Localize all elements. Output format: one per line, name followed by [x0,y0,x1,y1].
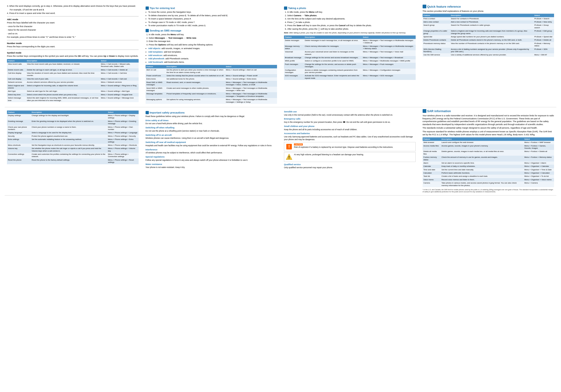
table-cell: Set options for using messaging services… [165,98,225,104]
number-mode-title: Number mode [7,42,139,45]
table-cell: Check your phone numbers or assign a nam… [31,126,107,131]
table-cell: Launch and configure the web browser. [441,141,523,144]
table-cell: Menu > Sound settings > Message tone [100,96,138,102]
table-cell: Menu > Phone settings > Connection setti… [107,153,139,159]
table-cell: Call cost display [7,77,26,81]
special-reg-heading: Special regulations [146,155,277,159]
quick-ref-header-desc: Description [450,14,533,17]
quick-ref-table: Feature Description Select Find a contac… [423,14,554,57]
table-cell: Ph.Book > Search [533,17,554,20]
sms-step1: In Idle mode, press the Menu soft key. [149,33,277,36]
table-cell: Menu > Sound settings > Extra tones [225,77,277,81]
photo-step1: In Idle mode, press the Menu soft key. [287,11,416,14]
taking-photo-title: Taking a photo [284,7,416,10]
table-cell: Menu > Organiser > Calendar [523,165,554,168]
svg-text:!: ! [288,144,290,149]
table-cell: SDN (Service Dialling Numbers) [423,48,450,53]
table-cell: Menu shortcuts [7,144,31,147]
table-cell: Check your own phone numbers [7,126,31,131]
interference-text: All wireless phones may be subject to in… [146,151,277,154]
table-cell: Speed dial [423,35,450,38]
table-cell: Assign speed dial numbers for your phone… [450,35,533,38]
caution-text: Risk of explosion if a battery is replac… [294,146,393,149]
table-cell: Message templates [146,92,166,98]
mid-row: Feature Description Select Display setti… [5,109,556,196]
sar-section: Your wireless phone is a radio transmitt… [423,114,554,136]
symbol-mode-text: Press the number keys corresponding to t… [7,55,139,58]
table-cell: Menu > Messages > Push messages [362,63,416,69]
col3-top-table-header-select: Select [362,35,416,39]
quick-ref-header-select: Select [533,14,554,17]
small-children-heading: Small children and your phone [284,125,416,128]
table-cell: Set the Navigation keys as shortcuts to … [31,144,107,147]
table-cell: Delete all Phonebook contacts stored in … [450,38,533,42]
table-cell: Menu > Messages > Text messages or Multi… [225,92,277,98]
table-cell: Add a new contact to Phonebook. [450,20,533,24]
table-cell: Select the melody that the phone sounds … [165,74,225,77]
table-cell: Set an alarm to sound at a specific time… [441,161,523,165]
top-row: 3. When the word displays correctly, go … [5,5,556,107]
table-cell: Delete games, sounds, images in each med… [441,150,523,156]
caution-content: CAUTION Risk of explosion if a battery i… [294,143,393,149]
aircraft-heading: Switching off in an aircraft [146,134,277,137]
col4-mid-table: Feature Description Select Web browserLa… [423,138,554,187]
intro-example: For example, Of and Me use 6 and 3. [10,8,139,11]
table-cell: Menu > Messages > Text messages or Multi… [362,45,416,51]
sar-text1: Your wireless phone is a radio transmitt… [423,114,554,126]
photo-step2: Select Camera → Take photos. [287,14,416,17]
table-cell: View the duration of recent calls you ha… [26,72,100,77]
table-cell: Menu > Network services [100,81,138,84]
sms-opt3: Add emoticon: add emoticons. [148,54,277,57]
table-cell: Select key tone [7,93,26,96]
table-cell: Change the settings for the service, and… [304,63,362,69]
table-cell: Change settings for the service and acce… [304,56,362,59]
col2-top-table-header-desc: Description [165,65,225,68]
table-cell: Ph.Book > SDN [533,48,554,53]
col1-top-table-header-feature: Feature [7,59,26,63]
col3-top: Taking a photo In Idle mode, press the M… [282,5,418,105]
table-cell: Menu > Funbox > Games, Sounds, Images [523,144,554,150]
col4-top: Quick feature reference This section pro… [420,5,557,105]
col1-mid-header-feature: Feature [7,110,31,114]
abc-mode-title: ABC mode [7,18,139,21]
table-cell: Menu > Messages > Configuration messages [362,69,416,74]
table-cell: Display settings [7,114,31,120]
caution-box: ! CAUTION Risk of explosion if a battery… [284,142,416,151]
table-cell: Send SMS or MMS messages [146,87,166,92]
warning-text: At very high volume, prolonged listening… [294,153,364,156]
table-cell: Delete Phonebook contacts [423,38,450,42]
table-cell: Menu > Organiser > Voice memo [523,178,554,181]
table-cell: View the cost of your calls. [26,77,100,81]
table-cell: Menu > Messages > Text messages or Multi… [225,81,277,87]
refuelling-heading: Switching off when refuelling [146,126,277,129]
col3-mid: Sensible use Use only in the normal posi… [282,109,418,193]
table-cell: Menu > Messages > Text messages or Multi… [225,98,277,104]
table-cell: Protect the phone against unauthorised u… [31,135,107,138]
table-cell: Preset templates of frequently used mess… [165,92,225,98]
table-cell: Select or configure a connection profile… [304,59,362,63]
table-cell: Reset the phone [7,159,31,164]
table-cell: Connection settings [7,153,31,159]
col2-top-table-header-select: Select [225,65,277,68]
table-cell: Menu > Sound settings > Alert on call [225,68,277,74]
table-cell: Search for contacts in Phonebook. [450,17,533,20]
table-cell: Access a list of dialling numbers assign… [450,48,533,53]
quick-ref-header-feature: Feature [423,14,450,17]
drive-safely-text: Do not use a hand-held phone while drivi… [146,122,277,125]
table-cell: Alarm [423,161,441,165]
table-cell: Access games, sounds, images in your pho… [441,144,523,150]
table-cell: Select message tone [7,96,26,102]
abc-item2: - twice for the second character [7,29,139,32]
table-cell: Messaging options [146,98,166,104]
table-cell: Alert on call [146,68,166,74]
table-cell: Create a list of tasks and assign a dead… [441,175,523,178]
table-cell: Use a variety of additional services off… [450,53,533,56]
table-cell: Record voice memos and listen to them. [441,178,523,181]
abc-item1: - once for the first character [7,25,139,28]
table-cell: Menu > Funbox > Memory status [523,156,554,161]
table-cell: Voicemail [284,50,304,56]
col1-mid-header-desc: Description [31,110,107,114]
tip5: To enter punctuation marks in T9 mode or… [148,24,277,27]
table-cell: Access or delete messages containing net… [304,69,362,74]
table-cell: Web browser [423,141,441,144]
